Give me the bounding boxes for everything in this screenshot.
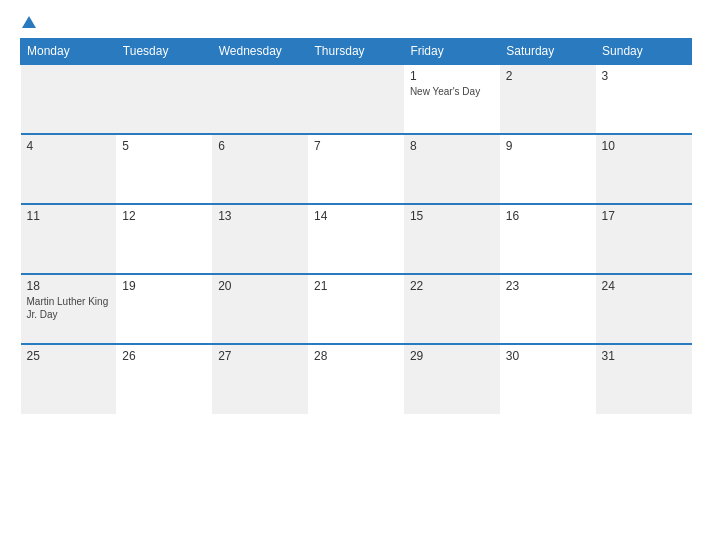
day-cell: 20 (212, 274, 308, 344)
day-number: 11 (27, 209, 111, 223)
week-row-0: 1New Year's Day23 (21, 64, 692, 134)
col-header-thursday: Thursday (308, 39, 404, 65)
day-cell: 15 (404, 204, 500, 274)
week-row-2: 11121314151617 (21, 204, 692, 274)
day-number: 5 (122, 139, 206, 153)
day-cell: 28 (308, 344, 404, 414)
week-row-4: 25262728293031 (21, 344, 692, 414)
day-event: Martin Luther King Jr. Day (27, 295, 111, 321)
day-cell: 14 (308, 204, 404, 274)
day-cell: 31 (596, 344, 692, 414)
day-number: 22 (410, 279, 494, 293)
day-cell (21, 64, 117, 134)
day-cell: 30 (500, 344, 596, 414)
day-number: 10 (602, 139, 686, 153)
day-number: 6 (218, 139, 302, 153)
day-cell: 13 (212, 204, 308, 274)
day-cell: 6 (212, 134, 308, 204)
day-number: 14 (314, 209, 398, 223)
day-cell: 23 (500, 274, 596, 344)
logo-triangle-icon (22, 16, 36, 28)
day-cell: 22 (404, 274, 500, 344)
day-cell: 5 (116, 134, 212, 204)
day-cell: 11 (21, 204, 117, 274)
day-number: 15 (410, 209, 494, 223)
day-cell: 16 (500, 204, 596, 274)
day-number: 13 (218, 209, 302, 223)
day-cell: 1New Year's Day (404, 64, 500, 134)
col-header-tuesday: Tuesday (116, 39, 212, 65)
day-cell: 17 (596, 204, 692, 274)
day-event: New Year's Day (410, 85, 494, 98)
col-header-saturday: Saturday (500, 39, 596, 65)
day-cell: 19 (116, 274, 212, 344)
col-header-friday: Friday (404, 39, 500, 65)
day-number: 3 (602, 69, 686, 83)
logo (20, 18, 36, 30)
col-header-monday: Monday (21, 39, 117, 65)
day-number: 8 (410, 139, 494, 153)
day-cell: 7 (308, 134, 404, 204)
day-cell: 3 (596, 64, 692, 134)
calendar-table: MondayTuesdayWednesdayThursdayFridaySatu… (20, 38, 692, 414)
day-number: 28 (314, 349, 398, 363)
day-cell: 27 (212, 344, 308, 414)
calendar-header (20, 18, 692, 30)
calendar-page: MondayTuesdayWednesdayThursdayFridaySatu… (0, 0, 712, 550)
day-number: 24 (602, 279, 686, 293)
day-cell: 9 (500, 134, 596, 204)
day-number: 30 (506, 349, 590, 363)
day-cell: 4 (21, 134, 117, 204)
day-number: 26 (122, 349, 206, 363)
day-number: 23 (506, 279, 590, 293)
day-cell (116, 64, 212, 134)
day-number: 16 (506, 209, 590, 223)
day-cell: 18Martin Luther King Jr. Day (21, 274, 117, 344)
day-cell: 8 (404, 134, 500, 204)
day-number: 21 (314, 279, 398, 293)
day-cell: 10 (596, 134, 692, 204)
day-cell (212, 64, 308, 134)
day-number: 4 (27, 139, 111, 153)
day-cell: 26 (116, 344, 212, 414)
col-header-wednesday: Wednesday (212, 39, 308, 65)
day-number: 1 (410, 69, 494, 83)
day-number: 9 (506, 139, 590, 153)
day-cell: 29 (404, 344, 500, 414)
day-number: 19 (122, 279, 206, 293)
week-row-3: 18Martin Luther King Jr. Day192021222324 (21, 274, 692, 344)
day-cell: 24 (596, 274, 692, 344)
day-number: 27 (218, 349, 302, 363)
day-number: 29 (410, 349, 494, 363)
col-header-sunday: Sunday (596, 39, 692, 65)
day-cell: 12 (116, 204, 212, 274)
week-row-1: 45678910 (21, 134, 692, 204)
day-number: 7 (314, 139, 398, 153)
day-cell: 21 (308, 274, 404, 344)
day-number: 12 (122, 209, 206, 223)
day-number: 18 (27, 279, 111, 293)
day-number: 2 (506, 69, 590, 83)
day-number: 17 (602, 209, 686, 223)
day-number: 31 (602, 349, 686, 363)
day-cell: 2 (500, 64, 596, 134)
day-number: 20 (218, 279, 302, 293)
day-cell: 25 (21, 344, 117, 414)
day-number: 25 (27, 349, 111, 363)
calendar-header-row: MondayTuesdayWednesdayThursdayFridaySatu… (21, 39, 692, 65)
day-cell (308, 64, 404, 134)
